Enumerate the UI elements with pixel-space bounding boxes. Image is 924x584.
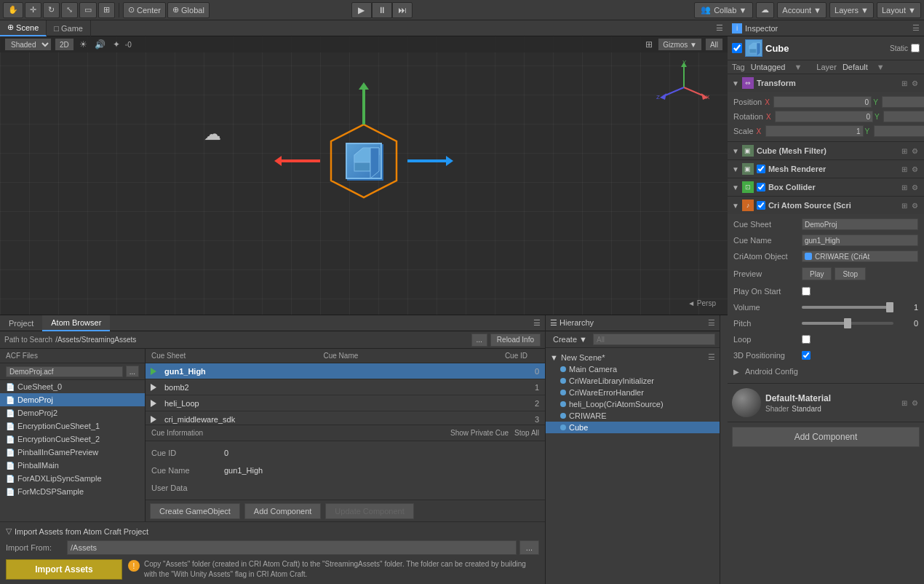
tab-atom-browser[interactable]: Atom Browser <box>42 315 110 331</box>
criatom-header[interactable]: ▼ ♪ Cri Atom Source (Scri ⊞ ⚙ <box>728 197 924 214</box>
material-layout-btn[interactable]: ⊞ <box>900 399 909 407</box>
cube-transform-widget[interactable] <box>320 117 407 205</box>
box-collider-settings-btn[interactable]: ⚙ <box>910 184 920 192</box>
material-settings-btn[interactable]: ⚙ <box>910 399 920 407</box>
rotate-tool-btn[interactable]: ↻ <box>43 2 60 18</box>
gizmos-btn[interactable]: Gizmos ▼ <box>658 38 702 51</box>
rot-y-input[interactable] <box>883 111 924 122</box>
hierarchy-item-criwarelibraryinitializer[interactable]: CriWareLibraryInitializer <box>546 375 720 387</box>
acf-item-encryptioncuesheet_1[interactable]: 📄EncryptionCueSheet_1 <box>0 419 145 433</box>
all-btn[interactable]: All <box>705 38 723 51</box>
hierarchy-item-criware[interactable]: CRIWARE <box>546 410 720 422</box>
volume-track[interactable] <box>802 306 893 309</box>
box-collider-header[interactable]: ▼ ⊡ Box Collider ⊞ ⚙ <box>728 178 924 196</box>
hierarchy-item-cube[interactable]: Cube <box>546 422 720 433</box>
move-tool-btn[interactable]: ✛ <box>25 2 41 18</box>
cue-play-btn-cri_middleware_sdk[interactable] <box>146 411 162 425</box>
cue-play-btn-gun1_high[interactable] <box>146 363 162 379</box>
cue-row-heli_loop[interactable]: heli_Loop2 <box>146 395 545 411</box>
inspector-menu-btn[interactable]: ☰ <box>912 23 920 33</box>
loop-checkbox[interactable] <box>802 335 811 344</box>
acf-item-pinballingamepreview[interactable]: 📄PinballInGamePreview <box>0 446 145 459</box>
layers-btn[interactable]: Layers ▼ <box>829 2 874 18</box>
cue-row-cri_middleware_sdk[interactable]: cri_middleware_sdk3 <box>146 411 545 425</box>
cue-name-input[interactable] <box>802 234 918 246</box>
box-collider-checkbox[interactable] <box>757 183 765 192</box>
acf-item-demoproj2[interactable]: 📄DemoProj2 <box>0 406 145 419</box>
project-tab-menu[interactable]: ☰ <box>529 318 545 328</box>
account-btn[interactable]: Account ▼ <box>777 2 827 18</box>
hierarchy-search[interactable] <box>593 334 715 345</box>
cue-play-btn-heli_loop[interactable] <box>146 395 162 411</box>
transform-header[interactable]: ▼ ⇔ Transform ⊞ ⚙ <box>728 74 924 92</box>
audio-icon-btn[interactable]: 🔊 <box>92 39 108 50</box>
mesh-renderer-settings-btn[interactable]: ⚙ <box>910 165 920 173</box>
scale-x-input[interactable] <box>765 125 864 137</box>
acf-more-btn[interactable]: ... <box>126 366 139 377</box>
custom-tool-btn[interactable]: ⊞ <box>98 2 115 18</box>
rot-x-input[interactable] <box>775 111 873 122</box>
import-from-more-btn[interactable]: ... <box>519 540 539 555</box>
obj-static-checkbox[interactable] <box>911 44 920 52</box>
hierarchy-menu-btn[interactable]: ☰ <box>708 318 715 328</box>
import-assets-btn[interactable]: Import Assets <box>6 559 122 580</box>
mesh-renderer-checkbox[interactable] <box>757 165 765 173</box>
acf-item-formcdspsample[interactable]: 📄ForMcDSPSample <box>0 485 145 498</box>
shading-select[interactable]: Shaded <box>4 38 52 51</box>
tab-game[interactable]: □ Game <box>47 20 91 36</box>
mesh-filter-settings-btn[interactable]: ⚙ <box>910 147 920 155</box>
layout-btn[interactable]: Layout ▼ <box>877 2 921 18</box>
transform-layout-btn[interactable]: ⊞ <box>900 79 909 87</box>
create-gameobject-btn[interactable]: Create GameObject <box>150 503 240 519</box>
acf-file-input[interactable] <box>6 366 123 377</box>
rect-tool-btn[interactable]: ▭ <box>79 2 97 18</box>
pivot-btn[interactable]: ⊙ Center <box>123 2 166 18</box>
box-collider-layout-btn[interactable]: ⊞ <box>900 184 909 192</box>
2d-btn[interactable]: 2D <box>55 38 74 51</box>
reload-btn[interactable]: Reload Info <box>490 334 541 347</box>
light-icon-btn[interactable]: ☀ <box>77 39 89 50</box>
pos-x-input[interactable] <box>773 96 872 108</box>
fx-icon-btn[interactable]: ✦ <box>111 39 122 50</box>
positioning-checkbox[interactable] <box>802 351 811 360</box>
scale-tool-btn[interactable]: ⤡ <box>61 2 78 18</box>
mesh-renderer-header[interactable]: ▼ ▣ Mesh Renderer ⊞ ⚙ <box>728 160 924 178</box>
add-component-inspector-btn[interactable]: Add Component <box>732 427 920 447</box>
step-btn[interactable]: ⏭ <box>392 2 413 18</box>
update-component-btn[interactable]: Update Component <box>325 503 413 519</box>
play-btn[interactable]: ▶ <box>351 2 372 18</box>
pause-btn[interactable]: ⏸ <box>372 2 392 18</box>
scale-y-input[interactable] <box>874 125 924 137</box>
hierarchy-scene-menu[interactable]: ☰ <box>708 352 715 362</box>
global-btn[interactable]: ⊕ Global <box>167 2 210 18</box>
mesh-filter-header[interactable]: ▼ ▣ Cube (Mesh Filter) ⊞ ⚙ <box>728 142 924 159</box>
acf-item-demoproj[interactable]: 📄DemoProj <box>0 393 145 406</box>
transform-settings-btn[interactable]: ⚙ <box>910 79 920 87</box>
scene-viewport[interactable]: Shaded 2D ☀ 🔊 ✦ ◦0 ⊞ Gizmos ▼ All ☁ <box>0 36 728 315</box>
hierarchy-item-criwareerrorhandler[interactable]: CriWareErrorHandler <box>546 387 720 398</box>
path-more-btn[interactable]: ... <box>471 334 487 347</box>
acf-item-encryptioncuesheet_2[interactable]: 📄EncryptionCueSheet_2 <box>0 433 145 446</box>
preview-stop-btn[interactable]: Stop <box>835 267 866 280</box>
hierarchy-item-main-camera[interactable]: Main Camera <box>546 363 720 375</box>
cue-row-bomb2[interactable]: bomb21 <box>146 379 545 395</box>
cue-play-btn-bomb2[interactable] <box>146 379 162 395</box>
tab-project[interactable]: Project <box>0 315 42 331</box>
acf-item-cuesheet_0[interactable]: 📄CueSheet_0 <box>0 380 145 393</box>
preview-play-btn[interactable]: Play <box>802 267 832 280</box>
criatom-checkbox[interactable] <box>757 201 765 210</box>
criatom-settings-btn[interactable]: ⚙ <box>910 202 920 210</box>
acf-item-pinballmain[interactable]: 📄PinballMain <box>0 459 145 472</box>
pos-y-input[interactable] <box>882 96 924 108</box>
collab-btn[interactable]: 👥 Collab ▼ <box>694 2 753 18</box>
hierarchy-create-btn[interactable]: Create ▼ <box>550 335 590 344</box>
hierarchy-item-heli_loop(criatomsource)[interactable]: heli_Loop(CriAtomSource) <box>546 398 720 410</box>
mesh-filter-layout-btn[interactable]: ⊞ <box>900 147 909 155</box>
play-on-start-checkbox[interactable] <box>802 287 811 296</box>
import-from-input[interactable] <box>67 540 517 555</box>
cue-row-gun1_high[interactable]: gun1_High0 <box>146 363 545 379</box>
add-component-btn-project[interactable]: Add Component <box>244 503 322 519</box>
hand-tool-btn[interactable]: ✋ <box>3 2 23 18</box>
acf-item-foradxlipsyncsample[interactable]: 📄ForADXLipSyncSample <box>0 472 145 485</box>
mesh-renderer-layout-btn[interactable]: ⊞ <box>900 165 909 173</box>
